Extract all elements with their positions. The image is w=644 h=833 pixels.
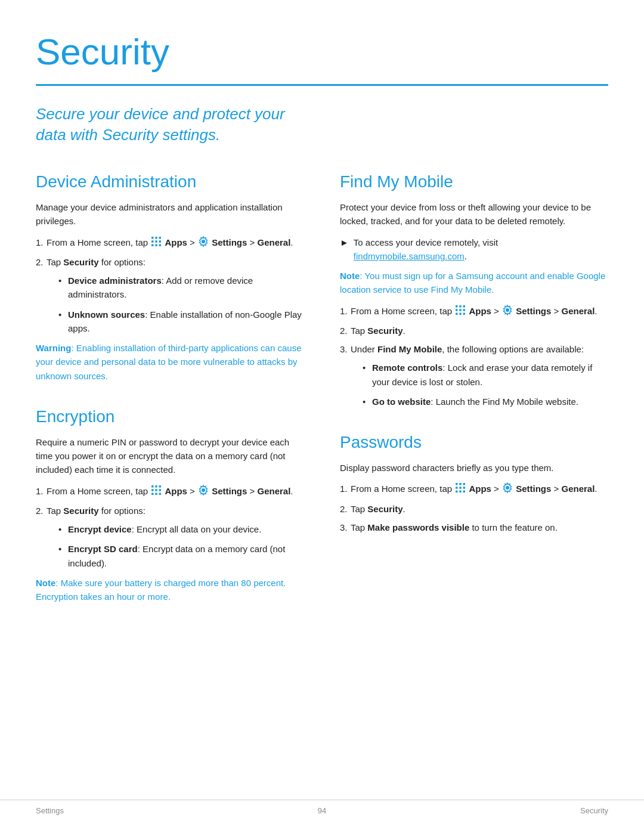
- encryption-steps: From a Home screen, tap: [36, 484, 304, 570]
- svg-rect-0: [151, 237, 154, 239]
- device-admin-steps: From a Home screen, tap: [36, 236, 304, 335]
- section-passwords: Passwords Display password characters br…: [340, 430, 608, 534]
- page-title: Security: [36, 24, 608, 79]
- svg-rect-13: [151, 489, 154, 491]
- svg-rect-34: [459, 487, 462, 490]
- svg-rect-16: [151, 493, 154, 495]
- svg-rect-27: [459, 312, 462, 315]
- left-column: Device Administration Manage your device…: [36, 169, 316, 625]
- svg-rect-28: [463, 312, 466, 315]
- find-my-mobile-arrow-item: ► To access your device remotely, visit …: [340, 236, 608, 264]
- step-item: From a Home screen, tap: [36, 236, 304, 250]
- step-item: Under Find My Mobile, the following opti…: [340, 342, 608, 408]
- svg-rect-15: [159, 489, 162, 491]
- svg-point-9: [202, 240, 205, 243]
- svg-rect-22: [463, 305, 466, 308]
- page-content: Security Secure your device and protect …: [0, 0, 644, 673]
- svg-rect-7: [155, 244, 157, 246]
- svg-rect-30: [456, 483, 458, 485]
- svg-rect-24: [459, 309, 462, 311]
- settings-icon: [502, 482, 513, 497]
- footer-left: Settings: [36, 805, 64, 817]
- svg-rect-35: [463, 487, 466, 490]
- step-item: From a Home screen, tap: [36, 484, 304, 499]
- svg-rect-2: [159, 237, 162, 239]
- two-column-layout: Device Administration Manage your device…: [36, 169, 608, 625]
- encryption-note: Note: Make sure your battery is charged …: [36, 576, 304, 604]
- findmymobile-link[interactable]: findmymobile.samsung.com: [354, 251, 465, 261]
- bullet-item: Remote controls: Lock and erase your dat…: [363, 361, 608, 389]
- step-item: From a Home screen, tap: [340, 482, 608, 497]
- bullet-item: Encrypt SD card: Encrypt data on a memor…: [58, 542, 304, 570]
- passwords-title: Passwords: [340, 430, 608, 455]
- passwords-body: Display password characters briefly as y…: [340, 461, 608, 475]
- svg-rect-25: [463, 309, 466, 311]
- encryption-body: Require a numeric PIN or password to dec…: [36, 435, 304, 477]
- step-item: Tap Security for options: Device adminis…: [36, 255, 304, 335]
- section-find-my-mobile: Find My Mobile Protect your device from …: [340, 169, 608, 408]
- device-admin-title: Device Administration: [36, 169, 304, 194]
- svg-rect-32: [463, 483, 466, 485]
- page-subtitle: Secure your device and protect your data…: [36, 104, 310, 145]
- svg-rect-3: [151, 240, 154, 243]
- step-item: Tap Make passwords visible to turn the f…: [340, 521, 608, 534]
- find-my-mobile-steps: From a Home screen, tap: [340, 304, 608, 408]
- svg-rect-12: [159, 485, 162, 488]
- svg-rect-37: [459, 491, 462, 493]
- svg-rect-33: [456, 487, 458, 490]
- section-device-admin: Device Administration Manage your device…: [36, 169, 304, 383]
- svg-rect-1: [155, 237, 157, 239]
- arrow-icon: ►: [340, 236, 349, 264]
- step-item: Tap Security for options: Encrypt device…: [36, 504, 304, 570]
- device-admin-warning: Warning: Enabling installation of third-…: [36, 341, 304, 383]
- page-footer: Settings 94 Security: [0, 800, 644, 817]
- svg-rect-10: [151, 485, 154, 488]
- step-item: Tap Security.: [340, 324, 608, 337]
- svg-point-19: [202, 488, 205, 492]
- device-admin-body: Manage your device administrators and ap…: [36, 200, 304, 228]
- bullet-item: Go to website: Launch the Find My Mobile…: [363, 395, 608, 408]
- svg-rect-18: [159, 493, 162, 495]
- encryption-title: Encryption: [36, 404, 304, 429]
- find-my-mobile-arrow-text: To access your device remotely, visit fi…: [354, 236, 608, 264]
- svg-rect-8: [159, 244, 162, 246]
- bullet-item: Device administrators: Add or remove dev…: [58, 274, 304, 302]
- right-column: Find My Mobile Protect your device from …: [340, 169, 608, 625]
- device-admin-bullets: Device administrators: Add or remove dev…: [58, 274, 304, 335]
- page-header: Security: [36, 24, 608, 86]
- svg-rect-4: [155, 240, 157, 243]
- settings-icon: [198, 236, 209, 250]
- bullet-item: Unknown sources: Enable installation of …: [58, 308, 304, 336]
- apps-icon: [455, 305, 466, 319]
- apps-icon: [455, 482, 466, 497]
- apps-icon: [151, 236, 162, 250]
- svg-rect-21: [459, 305, 462, 308]
- find-my-mobile-body: Protect your device from loss or theft a…: [340, 200, 608, 228]
- step-item: From a Home screen, tap: [340, 304, 608, 319]
- section-encryption: Encryption Require a numeric PIN or pass…: [36, 404, 304, 603]
- step-item: Tap Security.: [340, 502, 608, 516]
- footer-page-number: 94: [318, 805, 326, 817]
- header-divider: [36, 84, 608, 86]
- svg-rect-11: [155, 485, 157, 488]
- find-my-mobile-note: Note: You must sign up for a Samsung acc…: [340, 269, 608, 297]
- svg-rect-6: [151, 244, 154, 246]
- svg-rect-20: [456, 305, 458, 308]
- passwords-steps: From a Home screen, tap: [340, 482, 608, 534]
- svg-rect-5: [159, 240, 162, 243]
- find-my-mobile-title: Find My Mobile: [340, 169, 608, 194]
- svg-point-29: [506, 308, 509, 312]
- apps-icon: [151, 485, 162, 499]
- svg-rect-36: [456, 491, 458, 493]
- svg-rect-14: [155, 489, 157, 491]
- find-my-mobile-bullets: Remote controls: Lock and erase your dat…: [363, 361, 608, 408]
- svg-rect-31: [459, 483, 462, 485]
- svg-point-39: [506, 486, 509, 490]
- svg-rect-17: [155, 493, 157, 495]
- svg-rect-26: [456, 312, 458, 315]
- bullet-item: Encrypt device: Encrypt all data on your…: [58, 522, 304, 536]
- encryption-bullets: Encrypt device: Encrypt all data on your…: [58, 522, 304, 570]
- svg-rect-38: [463, 491, 466, 493]
- settings-icon: [198, 485, 209, 499]
- svg-rect-23: [456, 309, 458, 311]
